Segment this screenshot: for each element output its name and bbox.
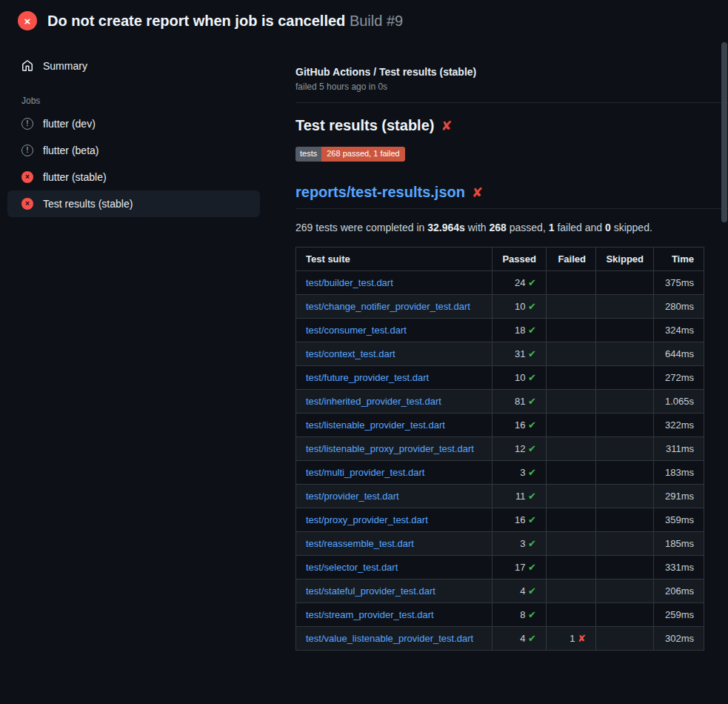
sidebar-item-flutter-stable[interactable]: ×flutter (stable): [7, 164, 260, 190]
skipped-cell: [596, 580, 654, 603]
test-suite-link[interactable]: test/proxy_provider_test.dart: [306, 514, 428, 525]
skipped-cell: [596, 461, 654, 485]
jobs-heading: Jobs: [7, 79, 260, 110]
skipped-cell: [596, 485, 654, 508]
failed-cell: [547, 319, 596, 342]
check-icon: ✔: [528, 467, 536, 478]
column-header-time: Time: [654, 248, 704, 271]
breadcrumb: GitHub Actions / Test results (stable): [295, 66, 704, 78]
summary-time: 32.964s: [427, 222, 465, 233]
test-suite-cell: test/inherited_provider_test.dart: [296, 390, 492, 414]
passed-count: 10: [515, 301, 528, 312]
check-icon: ✔: [528, 443, 536, 454]
report-heading: reports/test-results.json ✘: [295, 184, 728, 209]
table-row: test/builder_test.dart24 ✔375ms: [296, 271, 704, 295]
summary-seg4: failed and: [555, 222, 606, 233]
passed-count: 10: [515, 372, 528, 383]
test-suite-link[interactable]: test/inherited_provider_test.dart: [306, 396, 441, 407]
test-suite-link[interactable]: test/builder_test.dart: [306, 277, 393, 288]
time-cell: 302ms: [654, 627, 704, 651]
failed-cell: [547, 485, 596, 508]
passed-cell: 11 ✔: [492, 485, 547, 508]
check-icon: ✔: [528, 301, 536, 312]
passed-cell: 81 ✔: [492, 390, 547, 414]
table-row: test/inherited_provider_test.dart81 ✔1.0…: [296, 390, 704, 414]
sidebar-item-summary[interactable]: Summary: [7, 53, 260, 79]
summary-prefix: 269 tests were completed in: [295, 222, 427, 233]
vertical-scrollbar[interactable]: [721, 42, 727, 222]
passed-count: 81: [515, 396, 528, 407]
check-icon: ✔: [528, 538, 536, 549]
test-suite-link[interactable]: test/reassemble_test.dart: [306, 538, 414, 549]
test-suite-link[interactable]: test/listenable_proxy_provider_test.dart: [306, 443, 474, 454]
test-suite-cell: test/listenable_proxy_provider_test.dart: [296, 437, 492, 461]
results-table: Test suitePassedFailedSkippedTime test/b…: [295, 247, 704, 651]
check-icon: ✔: [528, 396, 536, 407]
skipped-cell: [596, 319, 654, 342]
test-suite-link[interactable]: test/provider_test.dart: [306, 491, 399, 502]
job-label: flutter (beta): [43, 145, 98, 156]
sidebar-item-flutter-dev[interactable]: !flutter (dev): [7, 110, 260, 137]
passed-count: 12: [515, 443, 528, 454]
table-row: test/proxy_provider_test.dart16 ✔359ms: [296, 508, 704, 532]
time-cell: 375ms: [654, 271, 704, 295]
cross-mark-icon: ✘: [441, 118, 452, 134]
table-row: test/listenable_provider_test.dart16 ✔32…: [296, 414, 704, 437]
test-suite-cell: test/value_listenable_provider_test.dart: [296, 627, 492, 651]
content-area: Summary Jobs !flutter (dev)!flutter (bet…: [0, 39, 728, 651]
passed-count: 11: [515, 491, 528, 502]
check-icon: ✔: [528, 372, 536, 383]
status-line: failed 5 hours ago in 0s: [295, 82, 704, 92]
test-suite-link[interactable]: test/multi_provider_test.dart: [306, 467, 424, 478]
test-suite-link[interactable]: test/listenable_provider_test.dart: [306, 419, 445, 431]
column-header-skipped: Skipped: [596, 248, 654, 271]
skipped-cell: [596, 295, 654, 319]
failed-cell: [547, 603, 596, 627]
skipped-cell: [596, 414, 654, 437]
failed-cell: [547, 556, 596, 580]
time-cell: 183ms: [654, 461, 704, 485]
test-suite-cell: test/future_provider_test.dart: [296, 366, 492, 390]
test-suite-link[interactable]: test/consumer_test.dart: [306, 325, 407, 336]
failed-count: 1: [570, 633, 578, 644]
test-suite-link[interactable]: test/stateful_provider_test.dart: [306, 585, 435, 597]
skipped-cell: [596, 532, 654, 556]
check-icon: ✔: [528, 419, 536, 431]
x-circle-fill-icon: ×: [21, 198, 33, 210]
page-title: Do not create report when job is cancell…: [47, 13, 403, 30]
passed-count: 4: [520, 585, 528, 597]
skipped-cell: [596, 508, 654, 532]
passed-count: 16: [515, 514, 528, 525]
skipped-cell: [596, 437, 654, 461]
failed-cell: [547, 414, 596, 437]
check-icon: ✔: [528, 277, 536, 288]
test-suite-link[interactable]: test/stream_provider_test.dart: [306, 609, 434, 620]
time-cell: 324ms: [654, 319, 704, 342]
failed-cell: [547, 580, 596, 603]
x-glyph: ×: [24, 16, 31, 27]
check-icon: ✔: [528, 348, 536, 359]
results-table-body: test/builder_test.dart24 ✔375mstest/chan…: [296, 271, 704, 651]
passed-cell: 31 ✔: [492, 342, 547, 366]
alert-circle-icon: !: [21, 145, 33, 156]
test-suite-cell: test/provider_test.dart: [296, 485, 492, 508]
cross-icon: ✘: [578, 633, 586, 644]
test-suite-cell: test/multi_provider_test.dart: [296, 461, 492, 485]
summary-line: 269 tests were completed in 32.964s with…: [295, 222, 704, 233]
table-row: test/provider_test.dart11 ✔291ms: [296, 485, 704, 508]
test-suite-link[interactable]: test/future_provider_test.dart: [306, 372, 429, 383]
report-link[interactable]: reports/test-results.json: [295, 184, 465, 201]
test-suite-link[interactable]: test/context_test.dart: [306, 348, 395, 359]
failed-cell: [547, 295, 596, 319]
table-row: test/stateful_provider_test.dart4 ✔206ms: [296, 580, 704, 603]
column-header-passed: Passed: [492, 248, 547, 271]
time-cell: 185ms: [654, 532, 704, 556]
test-suite-link[interactable]: test/value_listenable_provider_test.dart: [306, 633, 473, 644]
check-icon: ✔: [528, 325, 536, 336]
build-number: Build #9: [350, 13, 403, 29]
sidebar-item-flutter-beta[interactable]: !flutter (beta): [7, 137, 260, 164]
test-suite-link[interactable]: test/change_notifier_provider_test.dart: [306, 301, 470, 312]
sidebar-item-test-results-stable[interactable]: ×Test results (stable): [7, 190, 260, 217]
test-suite-link[interactable]: test/selector_test.dart: [306, 562, 398, 573]
failed-cell: [547, 342, 596, 366]
